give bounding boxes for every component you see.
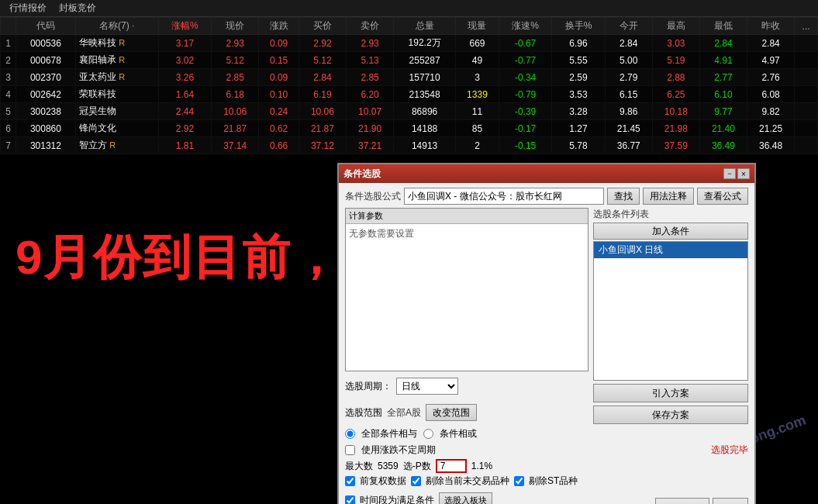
cell-pct: 1.64 [158, 86, 211, 103]
cell-buy: 10.06 [299, 103, 346, 120]
th-open[interactable]: 今开 [605, 18, 652, 35]
cell-turnover: 2.59 [552, 69, 605, 86]
time-match-check[interactable] [345, 495, 355, 505]
select-board-button[interactable]: 选股入板块 [439, 492, 492, 504]
stock-table: 代码 名称(7) · 涨幅% 现价 涨跌 买价 卖价 总量 现量 涨速% 换手%… [0, 17, 818, 154]
cell-buy: 5.12 [299, 52, 346, 69]
cell-prev: 9.82 [747, 103, 795, 120]
cell-high: 6.25 [652, 86, 699, 103]
select-count-box: 7 [436, 459, 467, 473]
cell-open: 21.45 [605, 120, 652, 137]
range-row: 选股范围 全部A股 改变范围 [345, 404, 588, 421]
save-scheme-button[interactable]: 保存方案 [593, 406, 748, 424]
view-formula-button[interactable]: 查看公式 [697, 188, 748, 205]
th-more[interactable]: ... [795, 18, 818, 35]
right-panel: 选股条件列表 加入条件 小鱼回调X 日线 引入方案 保存方案 [593, 208, 748, 424]
cell-num: 7 [1, 137, 16, 154]
th-vol[interactable]: 总量 [394, 18, 456, 35]
cell-price: 2.93 [212, 35, 259, 52]
table-row[interactable]: 3 002370 亚太药业 R 3.26 2.85 0.09 2.84 2.85… [1, 69, 818, 86]
th-cur[interactable]: 现量 [456, 18, 499, 35]
dynamic-period-check[interactable] [345, 445, 355, 455]
th-pct[interactable]: 涨幅% [158, 18, 211, 35]
cell-prev: 4.97 [747, 52, 795, 69]
cell-open: 6.15 [605, 86, 652, 103]
cell-vol: 213548 [394, 86, 456, 103]
radio-row: 全部条件相与 条件相或 [345, 427, 748, 440]
th-change[interactable]: 涨跌 [259, 18, 299, 35]
cell-sell: 5.13 [347, 52, 394, 69]
cell-price: 6.18 [212, 86, 259, 103]
dialog-close-button[interactable]: × [737, 168, 750, 179]
cell-pct: 2.44 [158, 103, 211, 120]
cell-prev: 6.08 [747, 86, 795, 103]
table-row[interactable]: 7 301312 智立方 R 1.81 37.14 0.66 37.12 37.… [1, 137, 818, 154]
cell-vol: 255287 [394, 52, 456, 69]
table-row[interactable]: 1 000536 华映科技 R 3.17 2.93 0.09 2.92 2.93… [1, 35, 818, 52]
table-row[interactable]: 2 000678 襄阳轴承 R 3.02 5.12 0.15 5.12 5.13… [1, 52, 818, 69]
select-count-value: 7 [440, 461, 446, 471]
cell-low: 21.40 [699, 120, 747, 137]
th-buy[interactable]: 买价 [299, 18, 346, 35]
cell-name: 锋尚文化 [75, 120, 158, 137]
cell-prev: 2.76 [747, 69, 795, 86]
period-select[interactable]: 日线 周线 月线 [396, 378, 458, 395]
prev-adj-check[interactable] [345, 476, 355, 486]
formula-input[interactable] [404, 188, 604, 205]
no-params-text: 无参数需要设置 [349, 227, 585, 240]
th-high[interactable]: 最高 [652, 18, 699, 35]
th-name[interactable]: 名称(7) · [75, 18, 158, 35]
import-scheme-button[interactable]: 引入方案 [593, 384, 748, 402]
cell-low: 6.10 [699, 86, 747, 103]
close-button[interactable]: 关闭 [713, 498, 748, 505]
select-count-label: 选-P数 [403, 460, 431, 473]
cell-name: 华映科技 R [75, 35, 158, 52]
radio-all-match[interactable] [345, 429, 355, 439]
th-price[interactable]: 现价 [212, 18, 259, 35]
menu-quotes[interactable]: 行情报价 [3, 0, 53, 16]
th-turnover[interactable]: 换手% [552, 18, 605, 35]
dialog-minimize-button[interactable]: － [723, 168, 736, 179]
find-button[interactable]: 查找 [607, 188, 640, 205]
dialog-controls: － × [723, 168, 750, 179]
left-area: 计算参数 无参数需要设置 选股周期： 日线 周线 月线 选股范围 [345, 208, 588, 424]
cell-num: 3 [1, 69, 16, 86]
bottom-actions: 执行选股 关闭 [655, 498, 748, 505]
cell-buy: 6.19 [299, 86, 346, 103]
condition-item[interactable]: 小鱼回调X 日线 [594, 242, 747, 258]
table-row[interactable]: 4 002642 荣联科技 1.64 6.18 0.10 6.19 6.20 2… [1, 86, 818, 103]
radio-all-label: 全部条件相与 [361, 427, 417, 440]
cell-code: 300860 [16, 120, 76, 137]
stock-table-wrapper: 代码 名称(7) · 涨幅% 现价 涨跌 买价 卖价 总量 现量 涨速% 换手%… [0, 17, 818, 154]
cell-open: 2.84 [605, 35, 652, 52]
calc-params-title: 计算参数 [346, 209, 588, 224]
cell-num: 5 [1, 103, 16, 120]
conditions-list: 小鱼回调X 日线 [593, 241, 748, 381]
cell-vol: 86896 [394, 103, 456, 120]
exec-button[interactable]: 执行选股 [655, 498, 709, 505]
cell-pct: 3.02 [158, 52, 211, 69]
status-complete: 选股完毕 [711, 444, 748, 457]
radio-any-match[interactable] [423, 429, 433, 439]
cell-change: 0.10 [259, 86, 299, 103]
exclude-st-check[interactable] [514, 476, 524, 486]
cell-sell: 37.21 [347, 137, 394, 154]
cell-pct: 2.92 [158, 120, 211, 137]
cell-high: 21.98 [652, 120, 699, 137]
change-range-button[interactable]: 改变范围 [426, 404, 477, 421]
th-speed[interactable]: 涨速% [499, 18, 551, 35]
cell-vol: 14188 [394, 120, 456, 137]
exclude-nontrade-check[interactable] [411, 476, 421, 486]
table-row[interactable]: 5 300238 冠昊生物 2.44 10.06 0.24 10.06 10.0… [1, 103, 818, 120]
th-low[interactable]: 最低 [699, 18, 747, 35]
th-sell[interactable]: 卖价 [347, 18, 394, 35]
menu-board[interactable]: 封板竞价 [53, 0, 102, 16]
th-code[interactable]: 代码 [16, 18, 76, 35]
prev-adj-label: 前复权数据 [360, 475, 406, 488]
cell-prev: 21.25 [747, 120, 795, 137]
usage-button[interactable]: 用法注释 [643, 188, 694, 205]
th-prev[interactable]: 昨收 [747, 18, 795, 35]
cell-open: 36.77 [605, 137, 652, 154]
table-row[interactable]: 6 300860 锋尚文化 2.92 21.87 0.62 21.87 21.9… [1, 120, 818, 137]
add-condition-button[interactable]: 加入条件 [593, 223, 748, 240]
